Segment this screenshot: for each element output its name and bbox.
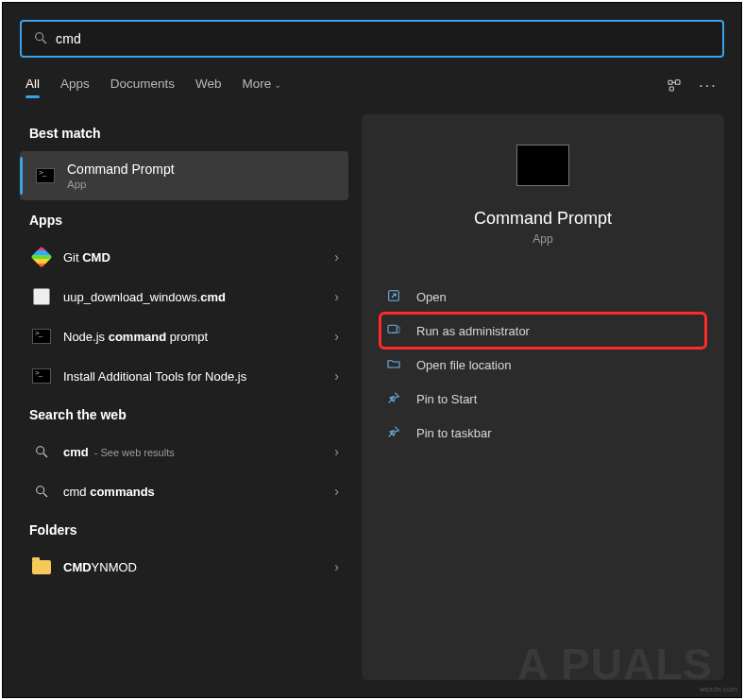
chevron-right-icon: › (334, 444, 339, 459)
chevron-right-icon: › (334, 559, 339, 574)
chevron-right-icon: › (334, 484, 339, 499)
action-run-as-administrator[interactable]: Run as administrator (380, 314, 705, 348)
chevron-down-icon: ⌄ (274, 79, 281, 90)
search-input[interactable]: cmd (20, 20, 724, 58)
section-web: Search the web (20, 396, 348, 432)
app-thumbnail (516, 145, 569, 186)
filter-tabs: All Apps Documents Web More⌄ ··· (20, 73, 724, 99)
result-folder[interactable]: CMDYNMOD › (20, 548, 348, 586)
chevron-right-icon: › (334, 329, 339, 344)
quick-access-icon[interactable] (664, 77, 685, 95)
results-list: Best match Command Prompt App Apps Git C… (20, 114, 348, 680)
pin-icon (384, 390, 403, 408)
result-title: Command Prompt (67, 162, 175, 178)
action-open-file-location[interactable]: Open file location (380, 348, 705, 382)
svg-point-8 (37, 487, 44, 494)
command-prompt-icon (29, 368, 54, 384)
svg-rect-2 (668, 80, 672, 84)
svg-rect-11 (388, 325, 397, 333)
svg-point-6 (37, 447, 44, 454)
svg-rect-4 (669, 87, 673, 91)
result-app[interactable]: Install Additional Tools for Node.js › (20, 357, 348, 395)
result-web[interactable]: cmd- See web results › (20, 433, 348, 470)
source-tag: wsxdn.com (700, 685, 737, 693)
preview-pane: Command Prompt App Open Run as administr… (362, 114, 724, 680)
folder-icon (29, 560, 54, 574)
preview-subtitle: App (533, 232, 552, 246)
svg-line-9 (43, 493, 47, 497)
tab-all[interactable]: All (25, 77, 40, 96)
tab-web[interactable]: Web (195, 77, 222, 96)
search-icon (29, 484, 54, 499)
git-icon (29, 249, 54, 265)
file-icon (29, 288, 54, 305)
start-search-window: cmd All Apps Documents Web More⌄ ··· Bes… (2, 2, 742, 698)
section-apps: Apps (20, 201, 348, 237)
tab-more[interactable]: More⌄ (243, 77, 282, 96)
svg-point-0 (36, 32, 43, 40)
folder-icon (384, 356, 403, 374)
open-icon (384, 288, 403, 306)
action-pin-to-start[interactable]: Pin to Start (380, 382, 705, 416)
shield-icon (384, 322, 403, 340)
action-pin-to-taskbar[interactable]: Pin to taskbar (380, 416, 705, 450)
tab-documents[interactable]: Documents (110, 77, 175, 96)
section-best-match: Best match (20, 114, 348, 150)
svg-rect-3 (675, 79, 680, 84)
result-app[interactable]: Node.js command prompt › (20, 317, 348, 355)
chevron-right-icon: › (334, 368, 339, 384)
search-icon (29, 444, 54, 459)
chevron-right-icon: › (334, 249, 339, 265)
command-prompt-icon (33, 168, 58, 183)
action-open[interactable]: Open (380, 280, 705, 314)
preview-title: Command Prompt (474, 209, 612, 229)
pin-icon (384, 424, 403, 442)
search-query-text: cmd (56, 31, 81, 46)
chevron-right-icon: › (334, 289, 339, 304)
section-folders: Folders (20, 511, 348, 547)
svg-line-1 (42, 40, 46, 43)
result-app[interactable]: uup_download_windows.cmd › (20, 278, 348, 316)
result-app[interactable]: Git CMD › (20, 238, 348, 276)
search-icon (33, 30, 48, 48)
result-subtitle: App (67, 178, 175, 191)
svg-line-7 (43, 453, 47, 457)
result-web[interactable]: cmd commands › (20, 472, 348, 510)
more-options-icon[interactable]: ··· (698, 77, 719, 94)
tab-apps[interactable]: Apps (60, 77, 90, 96)
result-best-match[interactable]: Command Prompt App (20, 151, 348, 200)
command-prompt-icon (29, 329, 54, 344)
